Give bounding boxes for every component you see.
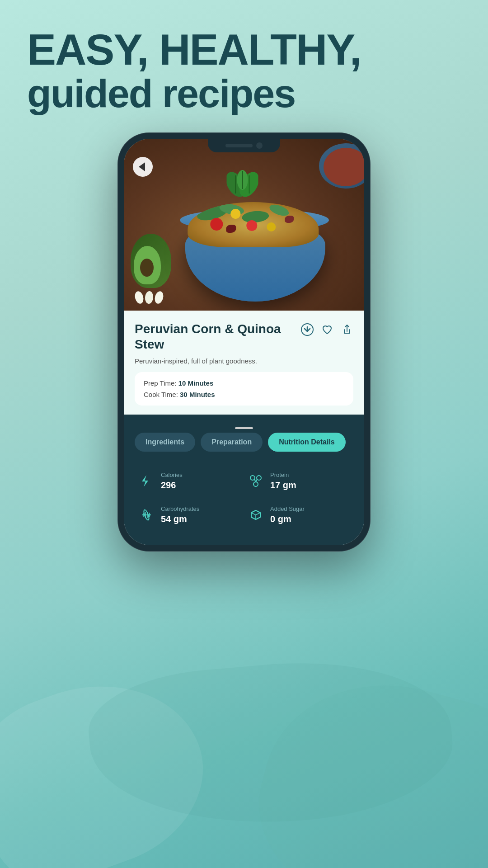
nutrition-sugar: Added Sugar 0 gm <box>244 498 353 532</box>
hero-line2: guided recipes <box>27 73 461 114</box>
phone-screen: Peruvian Corn & Quinoa Stew <box>124 139 364 545</box>
action-icons <box>301 321 353 339</box>
svg-point-12 <box>253 482 258 486</box>
time-card: Prep Time: 10 Minutes Cook Time: 30 Minu… <box>135 372 353 406</box>
carbs-value: 54 gm <box>161 514 199 524</box>
hero-title: EASY, HEALTHY, guided recipes <box>0 0 488 132</box>
calories-icon <box>138 473 155 489</box>
tab-preparation[interactable]: Preparation <box>201 433 263 452</box>
favorite-icon[interactable] <box>321 323 333 339</box>
svg-marker-9 <box>142 475 148 487</box>
cook-time-row: Cook Time: 30 Minutes <box>144 391 344 398</box>
scroll-pill <box>235 427 253 429</box>
tab-nutrition[interactable]: Nutrition Details <box>268 433 346 452</box>
protein-label: Protein <box>270 472 296 478</box>
prep-time-value: 10 Minutes <box>178 379 214 387</box>
sugar-icon <box>248 507 264 523</box>
phone-notch <box>208 139 280 152</box>
nutrition-protein: Protein 17 gm <box>244 464 353 498</box>
prep-time-row: Prep Time: 10 Minutes <box>144 379 344 387</box>
calories-label: Calories <box>161 472 183 478</box>
recipe-content: Peruvian Corn & Quinoa Stew <box>124 311 364 415</box>
carbs-info: Carbohydrates 54 gm <box>161 505 199 524</box>
tab-ingredients[interactable]: Ingredients <box>135 433 195 452</box>
notch-pill <box>225 144 253 147</box>
prep-time-label: Prep Time: <box>144 379 177 387</box>
sugar-info: Added Sugar 0 gm <box>270 505 305 524</box>
svg-line-22 <box>256 513 260 515</box>
sugar-label: Added Sugar <box>270 505 305 512</box>
recipe-title: Peruvian Corn & Quinoa Stew <box>135 321 301 352</box>
protein-icon <box>248 473 264 489</box>
cook-time-label: Cook Time: <box>144 391 178 398</box>
sugar-value: 0 gm <box>270 514 305 524</box>
scroll-indicator <box>135 424 353 433</box>
svg-line-21 <box>251 513 256 515</box>
nutrition-calories: Calories 296 <box>135 464 244 498</box>
cook-time-value: 30 Minutes <box>180 391 215 398</box>
calories-info: Calories 296 <box>161 472 183 491</box>
bottom-section: Ingredients Preparation Nutrition Detail… <box>124 415 364 545</box>
notch-camera <box>256 142 263 149</box>
carbs-label: Carbohydrates <box>161 505 199 512</box>
carbs-icon <box>138 507 155 523</box>
recipe-hero-image <box>124 139 364 311</box>
protein-info: Protein 17 gm <box>270 472 296 491</box>
download-icon[interactable] <box>301 323 314 339</box>
share-icon[interactable] <box>341 323 353 339</box>
nutrition-grid: Calories 296 <box>135 464 353 532</box>
recipe-description: Peruvian-inspired, full of plant goodnes… <box>135 357 353 365</box>
recipe-header: Peruvian Corn & Quinoa Stew <box>135 321 353 352</box>
svg-line-14 <box>256 479 257 482</box>
hero-line1: EASY, HEALTHY, <box>27 27 461 73</box>
back-button[interactable] <box>133 157 153 177</box>
calories-value: 296 <box>161 480 183 491</box>
tab-bar: Ingredients Preparation Nutrition Detail… <box>135 433 353 452</box>
nutrition-carbs: Carbohydrates 54 gm <box>135 498 244 532</box>
bowl-scene <box>124 139 364 311</box>
phone-mockup: Peruvian Corn & Quinoa Stew <box>117 132 371 552</box>
protein-value: 17 gm <box>270 480 296 491</box>
back-arrow-icon <box>139 162 145 171</box>
